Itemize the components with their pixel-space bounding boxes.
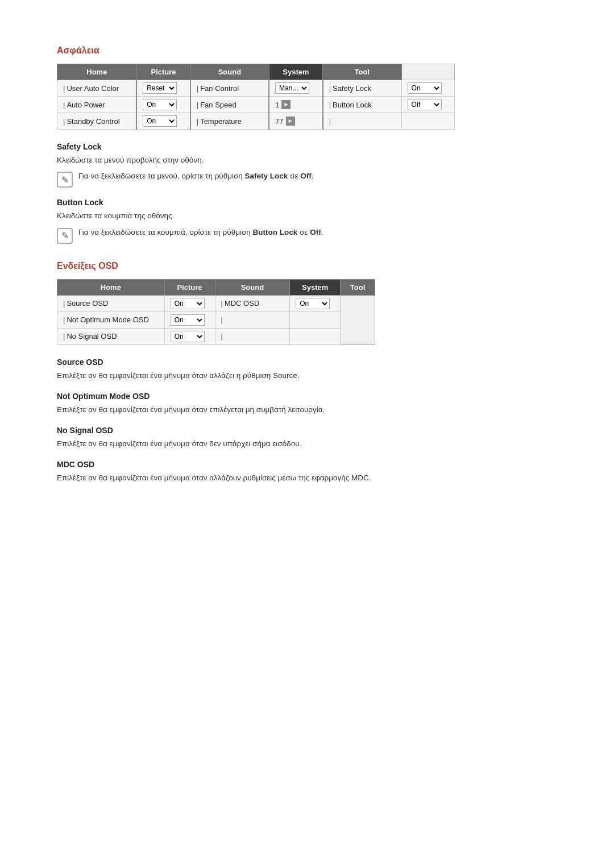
empty-label	[323, 113, 401, 130]
osd-tab-system[interactable]: System	[290, 279, 341, 295]
not-optimum-osd-value[interactable]: On Off	[164, 312, 215, 328]
table-row: Auto Power On Off Fan Speed 1 ► Button L…	[57, 97, 455, 113]
source-osd-label: Source OSD	[57, 295, 165, 312]
pencil-icon-2: ✎	[57, 228, 73, 244]
pencil-icon: ✎	[57, 172, 73, 188]
asfaleia-title: Ασφάλεια	[57, 45, 557, 56]
safety-lock-label: Safety Lock	[323, 80, 401, 97]
source-osd-value[interactable]: On Off	[164, 295, 215, 312]
table-row: Source OSD On Off MDC OSD On Off	[57, 295, 375, 312]
fan-speed-value[interactable]: 1 ►	[269, 97, 323, 113]
button-lock-select[interactable]: Off On	[408, 99, 442, 110]
empty-osd-value2	[290, 328, 341, 344]
osd-tab-picture[interactable]: Picture	[164, 279, 215, 295]
osd-tab-tool[interactable]: Tool	[341, 279, 375, 295]
mdc-osd-desc: Επιλέξτε αν θα εμφανίζεται ένα μήνυμα ότ…	[57, 472, 557, 484]
no-signal-osd-value[interactable]: On Off	[164, 328, 215, 344]
button-lock-value[interactable]: Off On	[401, 97, 454, 113]
fan-control-value[interactable]: Man...	[269, 80, 323, 97]
safety-lock-desc: Κλειδώστε τα μενού προβολής στην οθόνη.	[57, 155, 557, 166]
asfaleia-menu-table: Home Picture Sound System Tool User Auto…	[57, 64, 455, 130]
tab-picture[interactable]: Picture	[136, 64, 190, 80]
temperature-value[interactable]: 77 ►	[269, 113, 323, 130]
table-row: No Signal OSD On Off	[57, 328, 375, 344]
button-lock-label: Button Lock	[323, 97, 401, 113]
asfaleia-section: Ασφάλεια Home Picture Sound System Tool …	[57, 45, 557, 244]
not-optimum-osd-select[interactable]: On Off	[171, 314, 205, 326]
source-osd-heading: Source OSD	[57, 358, 557, 367]
osd-menu-table: Home Picture Sound System Tool Source OS…	[57, 279, 375, 345]
no-signal-osd-heading: No Signal OSD	[57, 426, 557, 435]
not-optimum-osd-label: Not Optimum Mode OSD	[57, 312, 165, 328]
endikseis-osd-title: Ενδείξεις OSD	[57, 261, 557, 271]
tab-system[interactable]: System	[269, 64, 323, 80]
fan-speed-label: Fan Speed	[190, 97, 269, 113]
standby-control-label: Standby Control	[57, 113, 137, 130]
user-auto-color-select[interactable]: Reset	[143, 82, 177, 94]
fan-speed-display: 1	[275, 101, 279, 109]
safety-lock-note-row: ✎ Για να ξεκλειδώσετε τα μενού, ορίστε τ…	[57, 172, 557, 188]
button-lock-note-row: ✎ Για να ξεκλειδώσετε τα κουμπιά, ορίστε…	[57, 228, 557, 244]
no-signal-osd-label: No Signal OSD	[57, 328, 165, 344]
user-auto-color-label: User Auto Color	[57, 80, 137, 97]
no-signal-osd-desc: Επιλέξτε αν θα εμφανίζεται ένα μήνυμα ότ…	[57, 438, 557, 450]
mdc-osd-value[interactable]: On Off	[290, 295, 341, 312]
no-signal-osd-select[interactable]: On Off	[171, 331, 205, 342]
table-row: Standby Control On Off Temperature 77 ►	[57, 113, 455, 130]
tab-tool[interactable]: Tool	[323, 64, 401, 80]
tab-home[interactable]: Home	[57, 64, 137, 80]
empty-osd-label	[215, 312, 290, 328]
mdc-osd-label: MDC OSD	[215, 295, 290, 312]
temperature-arrow[interactable]: ►	[286, 117, 295, 126]
table-row: User Auto Color Reset Fan Control Man...…	[57, 80, 455, 97]
not-optimum-osd-desc: Επιλέξτε αν θα εμφανίζεται ένα μήνυμα ότ…	[57, 404, 557, 416]
user-auto-color-value[interactable]: Reset	[136, 80, 190, 97]
button-lock-desc: Κλειδώστε τα κουμπιά της οθόνης.	[57, 210, 557, 222]
fan-control-label: Fan Control	[190, 80, 269, 97]
mdc-osd-select[interactable]: On Off	[296, 298, 330, 309]
empty-osd-label2	[215, 328, 290, 344]
tab-sound[interactable]: Sound	[190, 64, 269, 80]
source-osd-select[interactable]: On Off	[171, 298, 205, 309]
osd-tab-sound[interactable]: Sound	[215, 279, 290, 295]
standby-control-value[interactable]: On Off	[136, 113, 190, 130]
fan-speed-arrow[interactable]: ►	[281, 100, 291, 109]
fan-control-select[interactable]: Man...	[275, 82, 309, 94]
safety-lock-value[interactable]: On Off	[401, 80, 454, 97]
table-row: Not Optimum Mode OSD On Off	[57, 312, 375, 328]
empty-osd-value	[290, 312, 341, 328]
auto-power-value[interactable]: On Off	[136, 97, 190, 113]
safety-lock-heading: Safety Lock	[57, 142, 557, 151]
endikseis-osd-section: Ενδείξεις OSD Home Picture Sound System …	[57, 261, 557, 484]
auto-power-label: Auto Power	[57, 97, 137, 113]
temperature-display: 77	[275, 117, 283, 126]
empty-value	[401, 113, 454, 130]
safety-lock-select[interactable]: On Off	[408, 82, 442, 94]
mdc-osd-heading: MDC OSD	[57, 460, 557, 469]
not-optimum-osd-heading: Not Optimum Mode OSD	[57, 392, 557, 401]
auto-power-select[interactable]: On Off	[143, 99, 177, 110]
safety-lock-note-text: Για να ξεκλειδώσετε τα μενού, ορίστε τη …	[78, 172, 314, 180]
temperature-label: Temperature	[190, 113, 269, 130]
osd-tab-home[interactable]: Home	[57, 279, 165, 295]
source-osd-desc: Επιλέξτε αν θα εμφανίζεται ένα μήνυμα ότ…	[57, 370, 557, 381]
standby-control-select[interactable]: On Off	[143, 115, 177, 127]
button-lock-heading: Button Lock	[57, 198, 557, 207]
button-lock-note-text: Για να ξεκλειδώσετε τα κουμπιά, ορίστε τ…	[78, 228, 323, 236]
